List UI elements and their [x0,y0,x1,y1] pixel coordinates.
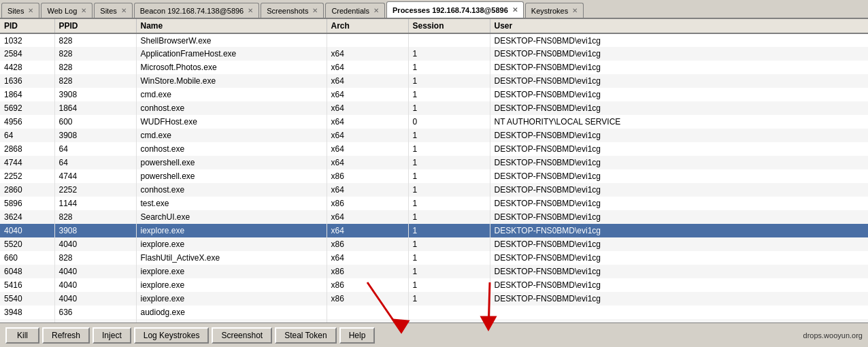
tab-credentials[interactable]: Credentials✕ [325,3,385,18]
table-row[interactable]: 56921864conhost.exex641DESKTOP-FNS0BMD\e… [0,101,868,115]
screenshot-button[interactable]: Screenshot [212,327,272,344]
tab-close-icon[interactable]: ✕ [28,7,33,14]
tab-label: Sites [100,7,116,15]
cell-name: conhost.exe [136,142,327,156]
tab-label: Credentials [331,7,369,15]
table-row[interactable]: 1636828WinStore.Mobile.exex641DESKTOP-FN… [0,74,868,88]
cell-ppid: 828 [54,210,136,224]
table-row[interactable]: 4428828Microsoft.Photos.exex641DESKTOP-F… [0,61,868,74]
cell-user: DESKTOP-FNS0BMD\evi1cg [490,156,868,169]
cell-pid: 5540 [0,292,54,305]
log-keystrokes-button[interactable]: Log Keystrokes [134,327,210,344]
tab-close-icon[interactable]: ✕ [248,7,253,14]
cell-user: NT AUTHORITY\LOCAL SERVICE [490,115,868,129]
cell-arch: x86 [327,169,408,183]
cell-name: test.exe [136,197,327,210]
tab-screenshots[interactable]: Screenshots✕ [261,3,324,18]
tab-processes-192.168.74.138@5896[interactable]: Processes 192.168.74.138@5896✕ [386,1,524,18]
table-row[interactable]: 55204040iexplore.exex861DESKTOP-FNS0BMD\… [0,237,868,251]
tab-close-icon[interactable]: ✕ [512,6,518,14]
tab-close-icon[interactable]: ✕ [121,7,127,14]
cell-arch: x64 [327,156,408,169]
cell-pid: 6048 [0,265,54,278]
table-row[interactable]: 18643908cmd.exex641DESKTOP-FNS0BMD\evi1c… [0,88,868,101]
cell-pid: 4428 [0,61,54,74]
cell-user [490,305,868,319]
tab-web-log[interactable]: Web Log✕ [41,3,93,18]
cell-name: SearchUI.exe [136,210,327,224]
cell-user: DESKTOP-FNS0BMD\evi1cg [490,129,868,142]
tab-close-icon[interactable]: ✕ [572,7,578,14]
cell-pid: 1864 [0,88,54,101]
table-row[interactable]: 4956600WUDFHost.exex640NT AUTHORITY\LOCA… [0,115,868,129]
cell-user: DESKTOP-FNS0BMD\evi1cg [490,265,868,278]
cell-session: 0 [408,115,490,129]
steal-token-button[interactable]: Steal Token [275,327,337,344]
kill-button[interactable]: Kill [5,327,39,344]
cell-arch: x64 [327,101,408,115]
col-header-user: User [490,19,868,33]
cell-ppid: 64 [54,142,136,156]
cell-ppid: 828 [54,61,136,74]
table-row[interactable]: 22524744powershell.exex861DESKTOP-FNS0BM… [0,169,868,183]
tab-close-icon[interactable]: ✕ [312,7,318,14]
cell-user: DESKTOP-FNS0BMD\evi1cg [490,88,868,101]
cell-user: DESKTOP-FNS0BMD\evi1cg [490,292,868,305]
tab-sites[interactable]: Sites✕ [94,3,132,18]
cell-name: iexplore.exe [136,224,327,237]
table-row[interactable]: 474464powershell.exex641DESKTOP-FNS0BMD\… [0,156,868,169]
tab-label: Processes 192.168.74.138@5896 [393,6,508,14]
cell-ppid: 3908 [54,129,136,142]
tab-keystrokes[interactable]: Keystrokes✕ [525,3,584,18]
cell-ppid: 2252 [54,183,136,197]
cell-arch: x86 [327,197,408,210]
cell-session: 1 [408,169,490,183]
cell-ppid: 600 [54,115,136,129]
table-row[interactable]: 40403908iexplore.exex641DESKTOP-FNS0BMD\… [0,224,868,237]
table-row[interactable]: 3624828SearchUI.exex641DESKTOP-FNS0BMD\e… [0,210,868,224]
cell-pid: 2860 [0,183,54,197]
refresh-button[interactable]: Refresh [42,327,90,344]
cell-pid: 64 [0,129,54,142]
cell-name: iexplore.exe [136,278,327,292]
tab-label: Screenshots [267,7,308,15]
table-row[interactable]: 28602252conhost.exex641DESKTOP-FNS0BMD\e… [0,183,868,197]
table-row[interactable]: 3948636audiodg.exe [0,305,868,319]
cell-session: 1 [408,61,490,74]
tab-sites[interactable]: Sites✕ [1,3,39,18]
cell-session: 1 [408,156,490,169]
table-row[interactable]: 58961144test.exex861DESKTOP-FNS0BMD\evi1… [0,197,868,210]
cell-arch: x64 [327,251,408,265]
cell-name: powershell.exe [136,156,327,169]
process-table-container[interactable]: PIDPPIDNameArchSessionUser 1032828ShellB… [0,19,868,323]
cell-arch: x64 [327,74,408,88]
tab-close-icon[interactable]: ✕ [373,7,379,14]
table-row[interactable]: 1032828ShellBrowserW.exeDESKTOP-FNS0BMD\… [0,33,868,47]
cell-user: DESKTOP-FNS0BMD\evi1cg [490,47,868,61]
cell-ppid: 828 [54,47,136,61]
cell-pid: 1032 [0,33,54,47]
help-button[interactable]: Help [339,327,375,344]
table-row[interactable]: 60484040iexplore.exex861DESKTOP-FNS0BMD\… [0,265,868,278]
tab-close-icon[interactable]: ✕ [81,7,86,14]
cell-name: FlashUtil_ActiveX.exe [136,251,327,265]
table-row[interactable]: 660828FlashUtil_ActiveX.exex641DESKTOP-F… [0,251,868,265]
table-row[interactable]: 286864conhost.exex641DESKTOP-FNS0BMD\evi… [0,142,868,156]
table-row[interactable]: 2584828ApplicationFrameHost.exex641DESKT… [0,47,868,61]
tab-label: Beacon 192.168.74.138@5896 [140,7,244,15]
inject-button[interactable]: Inject [93,327,131,344]
cell-user: DESKTOP-FNS0BMD\evi1cg [490,210,868,224]
cell-pid: 660 [0,251,54,265]
table-row[interactable]: 54164040iexplore.exex861DESKTOP-FNS0BMD\… [0,278,868,292]
cell-arch: x64 [327,183,408,197]
table-row[interactable]: 643908cmd.exex641DESKTOP-FNS0BMD\evi1cg [0,129,868,142]
cell-arch: x64 [327,61,408,74]
table-row[interactable]: 55404040iexplore.exex861DESKTOP-FNS0BMD\… [0,292,868,305]
cell-session: 1 [408,278,490,292]
cell-arch: x86 [327,278,408,292]
cell-pid: 4040 [0,224,54,237]
cell-ppid: 3908 [54,224,136,237]
col-header-pid: PID [0,19,54,33]
cell-arch: x64 [327,115,408,129]
tab-beacon-192.168.74.138@5896[interactable]: Beacon 192.168.74.138@5896✕ [134,3,259,18]
